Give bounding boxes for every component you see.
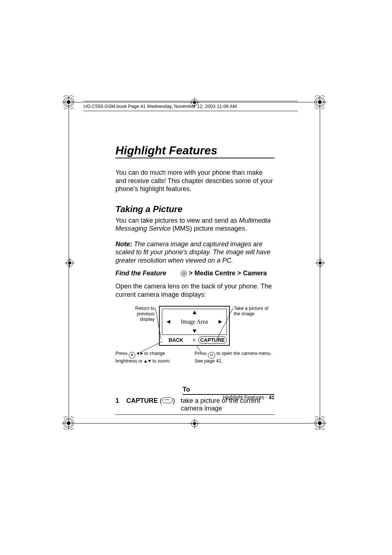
note-label: Note: [115,240,134,248]
step-table-header: To [183,386,274,395]
crop-mark-icon [189,418,200,429]
image-area-frame: Image Area [162,309,227,335]
menu-icon: ≡ [190,337,198,343]
note-body: The camera image and captured images are… [115,240,270,264]
footer-text: Highlight Features - [223,394,269,400]
nav-key-icon: ✥ [129,352,135,358]
crop-mark-icon [315,258,325,268]
text: to zoom. [151,358,170,364]
header-text: UG.C550.GSM.book Page 41 Wednesday, Nove… [83,104,237,109]
callout-brightness-zoom: Press ✥ to change brightness or to zoom. [115,351,184,364]
arrow-down-icon [193,329,196,333]
page-footer: Highlight Features - 41 [115,394,274,400]
note-paragraph: Note: The camera image and captured imag… [115,240,274,265]
text: (MMS) picture messages. [171,225,247,232]
callout-take-picture: Take a picture of the image [234,306,270,317]
crop-line [320,109,320,416]
softkey-bar: BACK ≡ CAPTURE [162,336,227,344]
paragraph: You can take pictures to view and send a… [115,216,274,233]
paragraph: Open the camera lens on the back of your… [115,282,274,299]
page-header: UG.C550.GSM.book Page 41 Wednesday, Nove… [83,101,298,111]
menu-path: > Media Centre > Camera [189,270,267,277]
camera-diagram: Image Area BACK ≡ CAPTURE Return to prev… [115,306,274,375]
phone-screen: Image Area BACK ≡ CAPTURE [159,306,230,346]
intro-paragraph: You can do much more with your phone tha… [115,169,274,193]
crop-line [75,423,313,424]
page: UG.C550.GSM.book Page 41 Wednesday, Nove… [0,0,392,555]
text: Press [115,351,129,356]
softkey-capture: CAPTURE [198,336,227,344]
image-area-label: Image Area [181,319,208,325]
menu-key-icon: M [208,352,215,358]
triangle-up-icon [144,360,147,362]
page-number: 41 [269,394,274,400]
text: Press [195,351,208,356]
crop-mark-icon [65,258,75,268]
crop-mark-icon [62,416,75,430]
crop-line [69,109,69,416]
arrow-right-icon [219,320,222,324]
find-feature-label: Find the Feature [115,270,166,277]
find-feature-path: M > Media Centre > Camera [181,270,267,277]
crop-mark-icon [313,416,327,430]
arrow-left-icon [167,320,170,324]
arrow-up-icon [193,311,196,314]
section-heading: Taking a Picture [115,204,274,214]
crop-mark-icon [313,95,327,109]
find-feature-row: Find the Feature M > Media Centre > Came… [115,270,274,277]
callout-camera-menu: Press M to open the camera menu. See pag… [195,351,274,364]
menu-key-icon: M [181,271,187,276]
triangle-left-icon [136,352,139,355]
callout-return: Return to previous display [132,306,155,322]
triangle-right-icon [140,352,143,355]
crop-mark-icon [62,95,75,109]
content-area: Highlight Features You can do much more … [115,144,274,415]
softkey-back: BACK [162,337,190,343]
page-title: Highlight Features [115,144,274,158]
text: You can take pictures to view and send a… [115,217,239,224]
